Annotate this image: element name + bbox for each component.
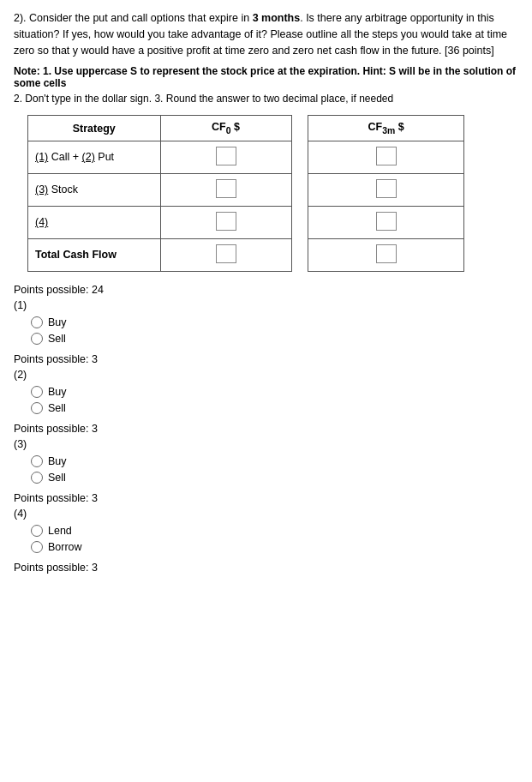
- cf0-input-call-put[interactable]: [160, 141, 291, 173]
- radio-buy-1[interactable]: [31, 316, 43, 328]
- radio-buy-3[interactable]: [31, 455, 43, 467]
- radio-label-sell-1: Sell: [48, 333, 66, 345]
- radio-group-3: Buy Sell: [31, 455, 518, 484]
- col-header-strategy: Strategy: [28, 116, 161, 141]
- points-3: Points possible: 3: [14, 423, 518, 435]
- points-1: Points possible: 24: [14, 284, 518, 296]
- radio-group-1: Buy Sell: [31, 316, 518, 345]
- cf3m-box-2[interactable]: [376, 179, 397, 198]
- cf3m-box-3[interactable]: [376, 212, 397, 231]
- cf0-box-2[interactable]: [216, 179, 236, 198]
- intro-bold-time: 3 months: [253, 12, 301, 24]
- radio-lend-4[interactable]: [31, 525, 43, 537]
- radio-item-sell-1[interactable]: Sell: [31, 333, 518, 345]
- intro-text-part1: 2). Consider the put and call options th…: [14, 12, 253, 24]
- last-points: Points possible: 3: [14, 562, 518, 574]
- section-1: Points possible: 24 (1) Buy Sell: [14, 284, 518, 345]
- note2: 2. Don't type in the dollar sign. 3. Rou…: [14, 93, 518, 105]
- section-4: Points possible: 3 (4) Lend Borrow: [14, 492, 518, 553]
- table-row: (4): [28, 206, 464, 238]
- radio-item-buy-3[interactable]: Buy: [31, 455, 518, 467]
- radio-group-4: Lend Borrow: [31, 525, 518, 553]
- note1: Note: 1. Use uppercase S to represent th…: [14, 65, 518, 89]
- radio-label-sell-2: Sell: [48, 402, 66, 414]
- col-header-spacer: [291, 116, 308, 141]
- question-num-1: (1): [14, 299, 518, 311]
- points-4: Points possible: 3: [14, 492, 518, 504]
- radio-item-borrow-4[interactable]: Borrow: [31, 541, 518, 553]
- radio-label-borrow-4: Borrow: [48, 541, 82, 553]
- intro-paragraph: 2). Consider the put and call options th…: [14, 10, 518, 58]
- cf3m-input-total[interactable]: [308, 238, 464, 271]
- cf0-box-3[interactable]: [216, 212, 236, 231]
- radio-label-sell-3: Sell: [48, 472, 66, 484]
- radio-item-sell-3[interactable]: Sell: [31, 472, 518, 484]
- radio-borrow-4[interactable]: [31, 541, 43, 553]
- cf0-input-total[interactable]: [160, 238, 291, 271]
- col-header-cf3m: CF3m $: [308, 116, 464, 141]
- radio-label-lend-4: Lend: [48, 525, 72, 537]
- radio-item-buy-2[interactable]: Buy: [31, 386, 518, 398]
- section-2: Points possible: 3 (2) Buy Sell: [14, 353, 518, 414]
- cf0-box-1[interactable]: [216, 147, 236, 165]
- radio-group-2: Buy Sell: [31, 386, 518, 414]
- section-3: Points possible: 3 (3) Buy Sell: [14, 423, 518, 484]
- cf3m-input-call-put[interactable]: [308, 141, 464, 173]
- question-num-4: (4): [14, 508, 518, 520]
- radio-label-buy-3: Buy: [48, 455, 67, 467]
- cf3m-input-4[interactable]: [308, 206, 464, 238]
- table-row: (1) Call + (2) Put: [28, 141, 464, 173]
- strategy-call-put: (1) Call + (2) Put: [28, 141, 161, 173]
- cf3m-input-stock[interactable]: [308, 173, 464, 206]
- cf0-input-4[interactable]: [160, 206, 291, 238]
- question-num-3: (3): [14, 438, 518, 450]
- radio-label-buy-1: Buy: [48, 316, 67, 328]
- table-row: (3) Stock: [28, 173, 464, 206]
- points-2: Points possible: 3: [14, 353, 518, 365]
- cf3m-box-1[interactable]: [376, 147, 397, 165]
- radio-item-lend-4[interactable]: Lend: [31, 525, 518, 537]
- table-row-total: Total Cash Flow: [28, 238, 464, 271]
- strategy-total: Total Cash Flow: [28, 238, 161, 271]
- cf3m-box-total[interactable]: [376, 244, 397, 263]
- cf0-box-total[interactable]: [216, 244, 236, 263]
- strategy-stock: (3) Stock: [28, 173, 161, 206]
- radio-buy-2[interactable]: [31, 386, 43, 398]
- radio-item-sell-2[interactable]: Sell: [31, 402, 518, 414]
- radio-item-buy-1[interactable]: Buy: [31, 316, 518, 328]
- radio-sell-3[interactable]: [31, 472, 43, 484]
- radio-sell-1[interactable]: [31, 333, 43, 345]
- col-header-cf0: CF0 $: [160, 116, 291, 141]
- strategy-4: (4): [28, 206, 161, 238]
- radio-label-buy-2: Buy: [48, 386, 67, 398]
- cf0-input-stock[interactable]: [160, 173, 291, 206]
- radio-sell-2[interactable]: [31, 402, 43, 414]
- cash-flow-table: Strategy CF0 $ CF3m $ (1) Call + (2) Put…: [27, 115, 464, 272]
- question-num-2: (2): [14, 369, 518, 381]
